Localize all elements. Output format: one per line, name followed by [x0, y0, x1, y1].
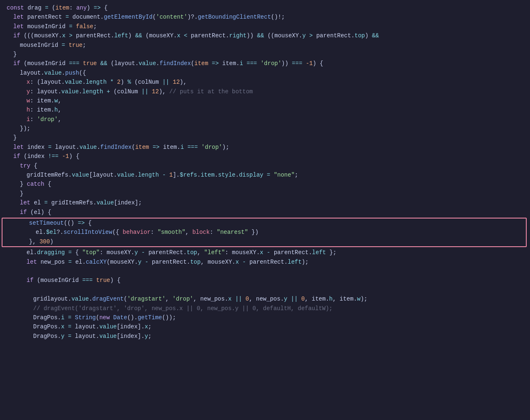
code-line: if (mouseInGrid === true && (layout.valu… [0, 59, 530, 68]
code-line: }); [0, 124, 530, 133]
code-line: let parentRect = document.getElementById… [0, 12, 530, 22]
code-line: DragPos.i = String(new Date().getTime())… [0, 313, 530, 322]
code-line: el.$el?.scrollIntoView({ behavior: "smoo… [2, 228, 526, 237]
code-line: let mouseInGrid = false; [0, 22, 530, 31]
code-line: const drag = (item: any) => { [0, 3, 530, 12]
code-line: if (index !== -1) { [0, 152, 530, 161]
code-line: x: (layout.value.length * 2) % (colNum |… [0, 78, 530, 87]
code-line: setTimeout(() => { [2, 218, 526, 228]
code-line: w: item.w, [0, 96, 530, 105]
code-line: mouseInGrid = true; [0, 41, 530, 50]
code-line: } catch { [0, 180, 530, 189]
code-line: } [0, 189, 530, 198]
highlighted-code-block: setTimeout(() => { el.$el?.scrollIntoVie… [2, 218, 527, 247]
code-line: DragPos.y = layout.value[index].y; [0, 332, 530, 341]
code-line [0, 285, 530, 294]
code-line: h: item.h, [0, 105, 530, 114]
code-line: }, 300) [2, 237, 526, 246]
code-line: // dragEvent('dragstart', 'drop', new_po… [0, 304, 530, 313]
code-line: } [0, 133, 530, 142]
code-line: } [0, 50, 530, 59]
code-line: y: layout.value.length + (colNum || 12),… [0, 87, 530, 96]
code-line: if (el) { [0, 208, 530, 217]
code-line: layout.value.push({ [0, 68, 530, 78]
code-line: let index = layout.value.findIndex(item … [0, 143, 530, 152]
code-editor: const drag = (item: any) => { let parent… [0, 0, 530, 344]
code-line: gridlayout.value.dragEvent('dragstart', … [0, 294, 530, 303]
code-line [0, 267, 530, 276]
code-line: let new_pos = el.calcXY(mouseXY.y - pare… [0, 257, 530, 267]
code-line: DragPos.x = layout.value[index].x; [0, 322, 530, 331]
code-line: let el = gridItemRefs.value[index]; [0, 198, 530, 207]
code-line: try { [0, 161, 530, 170]
code-line: el.dragging = { "top": mouseXY.y - paren… [0, 248, 530, 257]
code-line: if (mouseInGrid === true) { [0, 276, 530, 285]
code-line: if (((mouseXY.x > parentRect.left) && (m… [0, 31, 530, 40]
code-line: gridItemRefs.value[layout.value.length -… [0, 170, 530, 180]
code-line: i: 'drop', [0, 115, 530, 124]
